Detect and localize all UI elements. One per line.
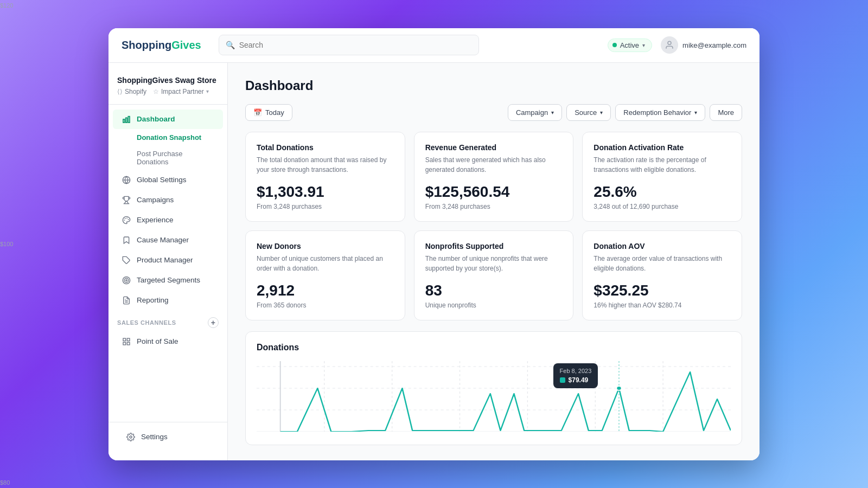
store-name: ShoppingGives Swag Store <box>117 76 219 85</box>
redemption-behavior-filter-button[interactable]: Redemption Behavior ▾ <box>615 104 705 121</box>
metric-card-nonprofits-supported: Nonprofits Supported The number of uniqu… <box>414 230 574 320</box>
svg-point-20 <box>130 436 132 438</box>
status-label: Active <box>620 41 639 49</box>
metric-desc: The number of unique nonprofits that wer… <box>425 254 563 273</box>
svg-rect-19 <box>123 342 126 345</box>
chart-tooltip: Feb 8, 2023 $79.49 <box>553 363 598 388</box>
metric-sub: From 3,248 purchases <box>425 203 563 210</box>
filter-right: Campaign ▾ Source ▾ Redemption Behavior … <box>508 104 742 121</box>
store-meta: ⟨⟩ Shopify ☆ Impact Partner ▾ <box>117 88 219 95</box>
campaign-filter-button[interactable]: Campaign ▾ <box>508 104 562 121</box>
file-text-icon <box>122 296 131 305</box>
sidebar-item-label: Cause Manager <box>137 236 189 244</box>
sidebar-item-product-manager[interactable]: Product Manager <box>113 251 223 270</box>
metric-title: Nonprofits Supported <box>425 242 563 251</box>
metric-title: Donation AOV <box>593 242 731 251</box>
sidebar-item-dashboard[interactable]: Dashboard <box>113 110 223 129</box>
store-platform[interactable]: ⟨⟩ Shopify <box>117 88 146 95</box>
store-partner[interactable]: ☆ Impact Partner ▾ <box>153 88 209 95</box>
metric-sub: Unique nonprofits <box>425 301 563 309</box>
search-bar[interactable]: 🔍 <box>219 35 479 55</box>
search-icon: 🔍 <box>226 41 235 49</box>
metric-title: Total Donations <box>257 143 394 152</box>
header: ShoppingGives 🔍 Active ▾ mike@example.co… <box>108 28 760 63</box>
source-filter-button[interactable]: Source ▾ <box>566 104 611 121</box>
svg-point-7 <box>128 219 129 220</box>
metric-desc: The average order value of transactions … <box>593 254 731 273</box>
tooltip-amount: $79.49 <box>569 376 589 384</box>
svg-point-0 <box>668 41 671 44</box>
globe-icon <box>122 175 131 185</box>
sub-item-label: Donation Snapshot <box>137 133 201 142</box>
sales-channels-header: SALES CHANNELS + <box>108 311 227 331</box>
sidebar-item-experience[interactable]: Experience <box>113 210 223 230</box>
user-info[interactable]: mike@example.com <box>661 36 746 54</box>
svg-point-9 <box>124 220 125 221</box>
svg-point-8 <box>125 218 125 219</box>
trophy-icon <box>122 195 131 205</box>
sidebar-item-label: Product Manager <box>137 256 193 264</box>
target-icon <box>122 275 131 285</box>
sidebar-item-label: Experience <box>137 216 174 224</box>
logo: ShoppingGives <box>122 39 201 52</box>
metric-card-revenue-generated: Revenue Generated Sales that were genera… <box>414 132 574 222</box>
sidebar-item-campaigns[interactable]: Campaigns <box>113 190 223 210</box>
gear-icon <box>126 432 136 442</box>
sidebar-item-label: Dashboard <box>137 115 175 123</box>
metric-title: Donation Activation Rate <box>593 143 731 152</box>
metric-sub: 16% higher than AOV $280.74 <box>593 301 731 309</box>
store-partner-label: Impact Partner <box>161 88 204 95</box>
store-platform-label: Shopify <box>125 88 146 95</box>
search-input[interactable] <box>239 41 472 49</box>
sidebar-item-targeted-segments[interactable]: Targeted Segments <box>113 271 223 290</box>
metric-card-donation-activation-rate: Donation Activation Rate The activation … <box>582 132 742 222</box>
sidebar-item-global-settings[interactable]: Global Settings <box>113 170 223 190</box>
metric-card-new-donors: New Donors Number of unique customers th… <box>245 230 405 320</box>
chart-title: Donations <box>257 343 731 352</box>
metric-sub: From 3,248 purchases <box>257 203 394 210</box>
sidebar-item-reporting[interactable]: Reporting <box>113 291 223 310</box>
user-email: mike@example.com <box>682 41 746 49</box>
calendar-icon: 📅 <box>253 108 262 117</box>
sidebar-item-label: Settings <box>141 433 168 441</box>
more-filter-button[interactable]: More <box>710 104 742 121</box>
sidebar-item-label: Point of Sale <box>137 337 178 345</box>
sidebar-item-label: Global Settings <box>137 176 187 184</box>
metric-value: $325.25 <box>593 282 731 299</box>
metric-card-total-donations: Total Donations The total donation amoun… <box>245 132 405 222</box>
svg-point-12 <box>124 278 129 282</box>
metrics-grid: Total Donations The total donation amoun… <box>245 132 742 320</box>
metric-desc: Sales that were generated which has also… <box>425 155 563 175</box>
sidebar-item-point-of-sale[interactable]: Point of Sale <box>113 332 223 351</box>
sidebar-item-label: Campaigns <box>137 196 174 204</box>
sidebar-bottom: Settings <box>108 422 227 452</box>
add-sales-channel-button[interactable]: + <box>208 317 219 328</box>
bookmark-icon <box>122 235 131 245</box>
svg-rect-2 <box>126 118 127 123</box>
svg-rect-3 <box>128 116 130 122</box>
filter-bar: 📅 Today Campaign ▾ Source ▾ Redemption B… <box>245 104 742 121</box>
svg-rect-16 <box>123 338 126 341</box>
app-window: ShoppingGives 🔍 Active ▾ mike@example.co… <box>108 28 760 460</box>
chevron-down-icon: ▾ <box>694 110 697 115</box>
chevron-down-icon: ▾ <box>206 88 209 94</box>
metric-desc: The total donation amount that was raise… <box>257 155 394 175</box>
metric-value: $1,303.91 <box>257 183 394 201</box>
chevron-down-icon: ▾ <box>551 110 554 115</box>
metric-title: Revenue Generated <box>425 143 563 152</box>
header-right: Active ▾ mike@example.com <box>608 36 746 54</box>
today-filter-button[interactable]: 📅 Today <box>245 104 292 121</box>
sidebar-item-cause-manager[interactable]: Cause Manager <box>113 230 223 250</box>
status-badge[interactable]: Active ▾ <box>608 38 652 52</box>
sidebar-sub-donation-snapshot[interactable]: Donation Snapshot <box>113 130 223 145</box>
svg-rect-1 <box>123 119 125 123</box>
metric-title: New Donors <box>257 242 394 251</box>
svg-rect-17 <box>127 338 130 341</box>
donations-chart <box>257 361 731 432</box>
metric-value: 2,912 <box>257 282 394 299</box>
sidebar-item-settings[interactable]: Settings <box>117 427 219 447</box>
sidebar: ShoppingGives Swag Store ⟨⟩ Shopify ☆ Im… <box>108 63 228 460</box>
star-icon: ☆ <box>153 88 159 95</box>
grid-icon <box>122 337 131 346</box>
sidebar-sub-post-purchase[interactable]: Post Purchase Donations <box>113 146 223 170</box>
